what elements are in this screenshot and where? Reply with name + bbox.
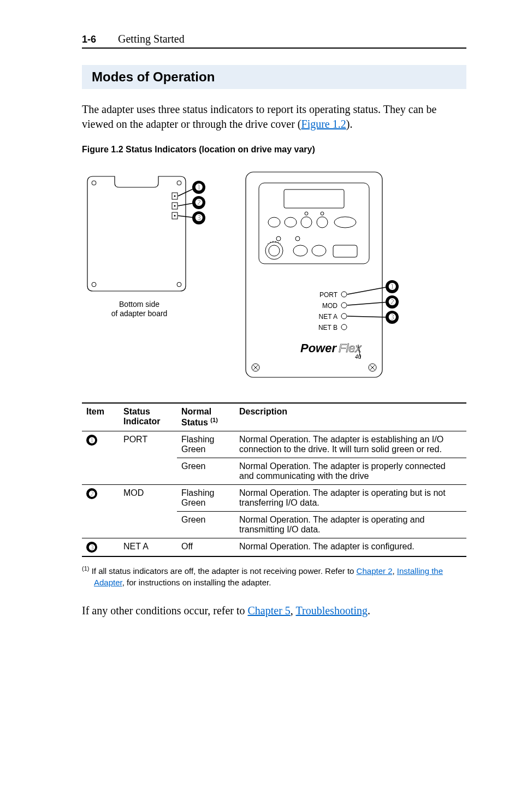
svg-text:PORT: PORT	[319, 291, 338, 299]
adapter-caption: Bottom side of adapter board	[82, 300, 197, 318]
drive-front-svg: PORT MOD NET A NET B Power Flex 40	[240, 171, 404, 378]
page-header: 1-6 Getting Started	[82, 33, 466, 49]
svg-point-19	[285, 217, 297, 227]
intro-paragraph: The adapter uses three status indicators…	[82, 102, 466, 132]
svg-point-7	[174, 205, 176, 207]
svg-point-21	[317, 217, 328, 228]
col-indicator: Status Indicator	[119, 403, 177, 431]
svg-point-22	[334, 217, 356, 228]
svg-point-30	[341, 292, 347, 297]
svg-text:Flex: Flex	[339, 341, 362, 355]
figure-area: ➊ ➋ ➌ Bottom side of adapter board	[82, 171, 466, 381]
svg-point-27	[293, 245, 307, 256]
svg-point-5	[174, 195, 176, 197]
item-2-icon: ➋	[86, 488, 97, 499]
callout-2-icon: ➋	[192, 196, 205, 209]
page-content: 1-6 Getting Started Modes of Operation T…	[0, 0, 521, 664]
cell-indicator: MOD	[119, 485, 177, 538]
para-text: The adapter uses three status indicators…	[82, 103, 436, 130]
callout-3-icon: ➌	[192, 211, 205, 224]
callout-1-icon: ➊	[386, 280, 399, 293]
svg-point-1	[177, 181, 181, 185]
svg-rect-29	[333, 245, 357, 257]
troubleshooting-link[interactable]: Troubleshooting	[295, 604, 368, 617]
svg-text:NET B: NET B	[318, 324, 338, 331]
cell-description: Normal Operation. The adapter is properl…	[235, 458, 466, 485]
svg-point-32	[341, 313, 347, 319]
svg-text:NET A: NET A	[319, 313, 338, 321]
svg-point-3	[177, 282, 181, 287]
svg-point-0	[92, 181, 96, 185]
svg-point-20	[301, 217, 312, 228]
svg-point-17	[321, 212, 324, 215]
chapter-title: Getting Started	[118, 33, 185, 45]
chapter-5-link[interactable]: Chapter 5	[248, 604, 291, 617]
table-footnote: (1) If all status indicators are off, th…	[82, 565, 466, 588]
adapter-board-svg	[82, 171, 197, 297]
status-indicator-table: Item Status Indicator Normal Status (1) …	[82, 402, 466, 557]
svg-point-25	[265, 242, 283, 259]
figure-caption: Figure 1.2 Status Indicators (location o…	[82, 145, 466, 155]
svg-text:40: 40	[355, 354, 362, 360]
cell-description: Normal Operation. The adapter is operati…	[235, 485, 466, 512]
diagram-drive-front: PORT MOD NET A NET B Power Flex 40	[240, 171, 404, 381]
table-header-row: Item Status Indicator Normal Status (1) …	[82, 403, 466, 431]
svg-point-18	[268, 217, 280, 227]
figure-link[interactable]: Figure 1.2	[301, 118, 346, 130]
cell-description: Normal Operation. The adapter is configu…	[235, 538, 466, 557]
page-number: 1-6	[82, 34, 96, 45]
svg-point-2	[92, 282, 96, 287]
svg-point-31	[341, 303, 347, 308]
footnote-text: If all status indicators are off, the ad…	[92, 566, 357, 576]
svg-rect-15	[284, 189, 344, 208]
svg-point-16	[305, 212, 308, 215]
item-3-icon: ➌	[86, 542, 97, 553]
footnote-marker: (1)	[82, 565, 89, 572]
svg-point-28	[312, 245, 326, 256]
callout-1-icon: ➊	[192, 181, 205, 194]
callout-3-icon: ➌	[386, 311, 399, 324]
cell-status: Flashing Green	[177, 431, 235, 458]
cell-status: Green	[177, 512, 235, 538]
cell-description: Normal Operation. The adapter is establi…	[235, 431, 466, 458]
item-1-icon: ➊	[86, 435, 97, 446]
svg-text:Power: Power	[300, 341, 337, 355]
section-title-bar: Modes of Operation	[82, 65, 466, 89]
table-row: ➋ MOD Flashing Green Normal Operation. T…	[82, 485, 466, 512]
chapter-2-link[interactable]: Chapter 2	[357, 566, 393, 576]
para-text: ).	[346, 118, 353, 130]
callout-2-icon: ➋	[386, 295, 399, 309]
col-status: Normal Status (1)	[177, 403, 235, 431]
svg-text:MOD: MOD	[322, 302, 338, 310]
section-title: Modes of Operation	[92, 69, 215, 84]
table-row: ➌ NET A Off Normal Operation. The adapte…	[82, 538, 466, 557]
svg-point-23	[276, 236, 281, 241]
cell-indicator: PORT	[119, 431, 177, 485]
table-row: ➊ PORT Flashing Green Normal Operation. …	[82, 431, 466, 458]
svg-point-26	[269, 245, 280, 256]
cell-status: Green	[177, 458, 235, 485]
col-item: Item	[82, 403, 119, 431]
svg-point-24	[295, 236, 300, 241]
diagram-adapter-board: ➊ ➋ ➌ Bottom side of adapter board	[82, 171, 197, 318]
cell-description: Normal Operation. The adapter is operati…	[235, 512, 466, 538]
closing-paragraph: If any other conditions occur, refer to …	[82, 603, 466, 618]
cell-status: Flashing Green	[177, 485, 235, 512]
svg-rect-14	[259, 183, 369, 264]
cell-status: Off	[177, 538, 235, 557]
col-description: Description	[235, 403, 466, 431]
cell-indicator: NET A	[119, 538, 177, 557]
svg-point-9	[174, 215, 176, 217]
svg-point-33	[341, 324, 347, 330]
